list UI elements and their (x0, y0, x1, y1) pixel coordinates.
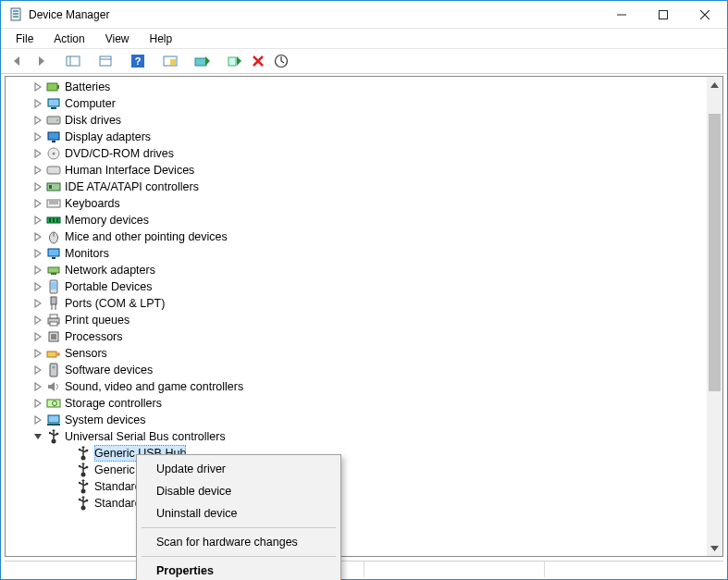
minimize-button[interactable] (600, 1, 642, 28)
expand-collapse-icon[interactable] (31, 180, 44, 193)
expand-collapse-icon[interactable] (31, 430, 44, 443)
tree-item-child[interactable]: Standard Enhanced PCI to USB Host Contro… (6, 495, 722, 512)
ctx-separator (142, 556, 336, 557)
tree-item-category[interactable]: Universal Serial Bus controllers (6, 428, 722, 445)
forward-button[interactable] (30, 51, 51, 71)
scroll-up-arrow[interactable] (707, 77, 722, 93)
expand-collapse-icon (61, 447, 74, 460)
expand-collapse-icon[interactable] (31, 214, 44, 227)
svg-rect-43 (48, 249, 59, 256)
tree-item-label: System devices (65, 412, 146, 428)
tree-item-category[interactable]: Disk drives (6, 112, 722, 129)
expand-collapse-icon[interactable] (31, 97, 44, 110)
toolbar: ? (1, 49, 727, 74)
show-hide-tree-button[interactable] (62, 51, 83, 71)
close-button[interactable] (684, 1, 725, 28)
tree-item-category[interactable]: Storage controllers (6, 395, 722, 412)
context-menu: Update driver Disable device Uninstall d… (136, 454, 341, 580)
cpu-icon (46, 329, 61, 344)
svg-rect-88 (86, 483, 88, 485)
expand-collapse-icon[interactable] (31, 264, 44, 277)
expand-collapse-icon[interactable] (31, 380, 44, 393)
svg-point-89 (81, 506, 86, 511)
tree-item-child[interactable]: Generic USB Hub (6, 462, 722, 478)
scrollbar-thumb[interactable] (709, 114, 721, 391)
help-button[interactable]: ? (127, 51, 148, 71)
tree-item-category[interactable]: Monitors (6, 245, 722, 262)
ctx-uninstall-device[interactable]: Uninstall device (140, 502, 338, 524)
expand-collapse-icon[interactable] (31, 413, 44, 426)
menu-action[interactable]: Action (44, 31, 93, 47)
tree-item-category[interactable]: Ports (COM & LPT) (6, 295, 722, 312)
tree-item-category[interactable]: Software devices (6, 362, 722, 378)
tree-item-category[interactable]: Keyboards (6, 195, 722, 212)
tree-item-category[interactable]: Mice and other pointing devices (6, 228, 722, 245)
ctx-disable-device[interactable]: Disable device (140, 480, 338, 502)
usb-device-icon (76, 463, 91, 477)
back-button[interactable] (6, 51, 28, 71)
svg-rect-49 (51, 297, 56, 304)
tree-item-child[interactable]: Standard Enhanced PCI to USB Host Contro… (6, 478, 722, 495)
scan-hardware-button[interactable] (270, 51, 291, 71)
tree-item-category[interactable]: Portable Devices (6, 278, 722, 295)
ctx-scan-hardware[interactable]: Scan for hardware changes (140, 531, 338, 553)
expand-collapse-icon[interactable] (31, 114, 44, 127)
expand-collapse-icon[interactable] (31, 280, 44, 293)
tree-item-category[interactable]: Processors (6, 328, 722, 345)
disk-icon (46, 113, 61, 128)
tree-item-category[interactable]: Human Interface Devices (6, 162, 722, 179)
tree-item-category[interactable]: Batteries (6, 79, 722, 95)
svg-point-87 (79, 482, 80, 484)
tree-item-category[interactable]: DVD/CD-ROM drives (6, 145, 722, 162)
tree-item-category[interactable]: Network adapters (6, 262, 722, 278)
expand-collapse-icon[interactable] (31, 230, 44, 243)
expand-collapse-icon[interactable] (31, 197, 44, 210)
tree-item-category[interactable]: Sensors (6, 345, 722, 362)
expand-collapse-icon[interactable] (31, 397, 44, 410)
usb-device-icon (76, 496, 91, 511)
ctx-update-driver[interactable]: Update driver (140, 458, 338, 480)
expand-collapse-icon[interactable] (31, 314, 44, 327)
menu-view[interactable]: View (96, 31, 139, 47)
expand-collapse-icon[interactable] (31, 147, 44, 160)
tree-item-category[interactable]: Memory devices (6, 212, 722, 228)
action-sheet-button[interactable] (159, 51, 180, 71)
svg-rect-27 (48, 132, 59, 140)
maximize-button[interactable] (642, 1, 684, 28)
ctx-properties[interactable]: Properties (140, 560, 338, 580)
tree-item-category[interactable]: System devices (6, 412, 722, 428)
tree-item-category[interactable]: Computer (6, 95, 722, 112)
expand-collapse-icon[interactable] (31, 347, 44, 360)
memory-icon (46, 213, 61, 228)
device-tree[interactable]: BatteriesComputerDisk drivesDisplay adap… (6, 77, 722, 556)
expand-collapse-icon[interactable] (31, 330, 44, 343)
tree-item-category[interactable]: Print queues (6, 312, 722, 328)
tree-item-child[interactable]: Generic USB Hub (6, 445, 722, 462)
tree-item-category[interactable]: IDE ATA/ATAPI controllers (6, 179, 722, 195)
tree-item-label: Memory devices (65, 212, 149, 228)
menu-file[interactable]: File (6, 31, 43, 47)
uninstall-device-button[interactable] (247, 51, 268, 71)
tree-item-label: Portable Devices (65, 278, 153, 295)
menu-help[interactable]: Help (141, 31, 182, 47)
expand-collapse-icon[interactable] (31, 247, 44, 260)
tree-item-label: Print queues (65, 312, 130, 328)
expand-collapse-icon[interactable] (31, 80, 44, 93)
svg-rect-10 (100, 56, 111, 66)
vertical-scrollbar[interactable] (707, 77, 722, 556)
properties-button[interactable] (94, 51, 116, 71)
device-manager-window: Device Manager File Action View Help (0, 0, 728, 580)
expand-collapse-icon[interactable] (31, 130, 44, 143)
sound-icon (46, 379, 61, 394)
device-tree-panel: BatteriesComputerDisk drivesDisplay adap… (5, 76, 723, 557)
enable-device-button[interactable] (224, 51, 245, 71)
svg-rect-15 (170, 59, 176, 65)
expand-collapse-icon[interactable] (31, 164, 44, 177)
scroll-down-arrow[interactable] (707, 540, 722, 556)
tree-item-category[interactable]: Display adapters (6, 129, 722, 145)
tree-item-category[interactable]: Sound, video and game controllers (6, 378, 722, 395)
expand-collapse-icon[interactable] (31, 364, 44, 376)
ctx-separator (142, 527, 336, 528)
update-driver-button[interactable] (191, 51, 213, 71)
expand-collapse-icon[interactable] (31, 297, 44, 310)
